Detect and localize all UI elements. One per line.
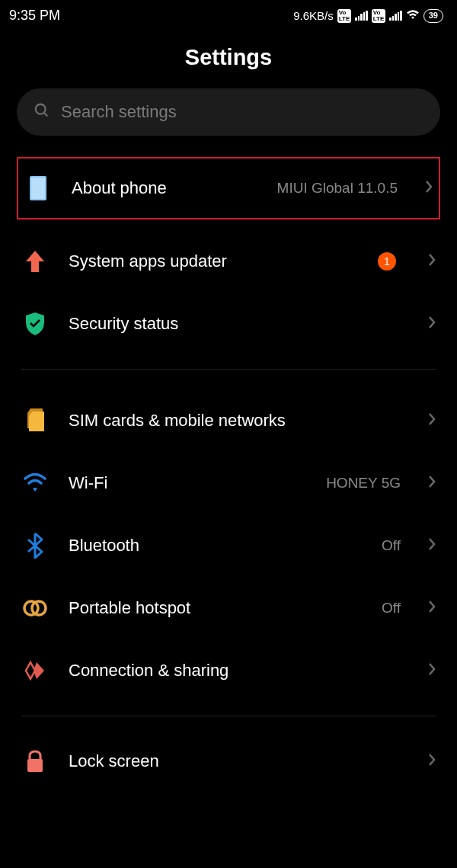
row-value: MIUI Global 11.0.5 — [277, 180, 398, 197]
sim-icon — [21, 407, 49, 434]
row-security-status[interactable]: Security status — [0, 293, 457, 355]
row-label: About phone — [72, 178, 257, 198]
row-value: Off — [382, 537, 401, 554]
arrow-up-icon — [21, 248, 49, 275]
row-about-phone[interactable]: About phone MIUI Global 11.0.5 — [18, 159, 439, 218]
divider — [21, 369, 436, 370]
search-input[interactable] — [61, 102, 423, 122]
connection-icon — [21, 657, 49, 684]
row-lock-screen[interactable]: Lock screen — [0, 730, 457, 793]
lock-icon — [21, 748, 49, 775]
shield-check-icon — [21, 310, 49, 338]
signal-icon — [355, 11, 368, 21]
row-label: System apps updater — [69, 251, 358, 271]
chevron-right-icon — [425, 180, 433, 197]
chevron-right-icon — [428, 537, 436, 554]
chevron-right-icon — [428, 753, 436, 770]
status-bar: 9:35 PM 9.6KB/s VoLTE VoLTE 39 — [0, 0, 457, 28]
chevron-right-icon — [428, 475, 436, 492]
row-label: Portable hotspot — [69, 598, 362, 618]
row-sim-cards[interactable]: SIM cards & mobile networks — [0, 389, 457, 452]
chevron-right-icon — [428, 412, 436, 429]
row-label: SIM cards & mobile networks — [69, 411, 401, 431]
volte-icon: VoLTE — [372, 9, 386, 23]
battery-icon: 39 — [423, 9, 443, 23]
chevron-right-icon — [428, 600, 436, 617]
highlight-frame: About phone MIUI Global 11.0.5 — [17, 157, 440, 219]
search-box[interactable] — [17, 88, 440, 136]
notification-badge: 1 — [378, 252, 396, 271]
wifi-status-icon — [406, 9, 420, 22]
chevron-right-icon — [428, 315, 436, 332]
svg-point-0 — [36, 104, 46, 114]
svg-line-1 — [44, 113, 48, 117]
row-label: Lock screen — [69, 751, 401, 771]
volte-icon: VoLTE — [337, 9, 352, 23]
signal-icon — [389, 11, 402, 21]
search-icon — [34, 102, 50, 122]
status-time: 9:35 PM — [9, 8, 60, 24]
chevron-right-icon — [428, 662, 436, 679]
chevron-right-icon — [428, 253, 436, 270]
row-label: Connection & sharing — [69, 661, 401, 681]
row-label: Wi-Fi — [69, 473, 306, 493]
row-label: Bluetooth — [69, 536, 362, 556]
row-portable-hotspot[interactable]: Portable hotspot Off — [0, 577, 457, 639]
page-title: Settings — [0, 28, 457, 88]
row-connection-sharing[interactable]: Connection & sharing — [0, 639, 457, 702]
row-system-apps-updater[interactable]: System apps updater 1 — [0, 230, 457, 293]
divider — [21, 716, 436, 716]
svg-rect-3 — [31, 178, 45, 199]
row-label: Security status — [69, 314, 401, 334]
svg-rect-6 — [27, 759, 43, 772]
bluetooth-icon — [21, 532, 49, 559]
status-right: 9.6KB/s VoLTE VoLTE 39 — [293, 9, 443, 23]
row-value: Off — [382, 600, 401, 617]
row-bluetooth[interactable]: Bluetooth Off — [0, 514, 457, 577]
wifi-icon — [21, 469, 49, 497]
status-speed: 9.6KB/s — [293, 9, 334, 22]
phone-icon — [24, 175, 52, 202]
row-wifi[interactable]: Wi-Fi HONEY 5G — [0, 452, 457, 514]
hotspot-icon — [21, 594, 49, 622]
row-value: HONEY 5G — [326, 475, 401, 492]
